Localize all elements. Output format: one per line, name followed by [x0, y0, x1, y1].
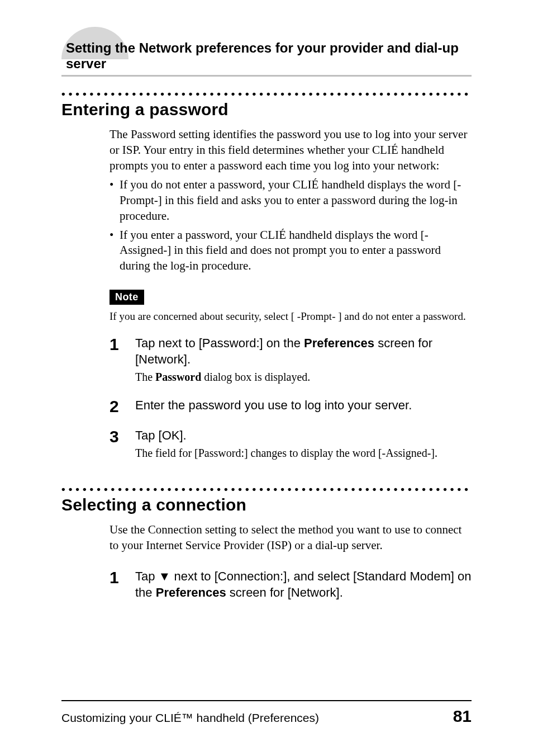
step-item: 1 Tap ▼ next to [Connection:], and selec… [110, 568, 472, 601]
dotted-divider: ••••••••••••••••••••••••••••••••••••••••… [61, 486, 472, 494]
bullet-item: If you do not enter a password, your CLI… [110, 177, 472, 224]
note-text: If you are concerned about security, sel… [110, 310, 472, 323]
step-instruction: Tap next to [Password:] on the Preferenc… [135, 335, 472, 367]
intro-text: Use the Connection setting to select the… [110, 522, 472, 554]
step-number: 2 [110, 397, 135, 415]
intro-paragraph: The Password setting identifies the pass… [110, 127, 472, 274]
step-item: 3 Tap [OK]. The field for [Password:] ch… [110, 427, 472, 461]
page-footer: Customizing your CLIÉ™ handheld (Prefere… [61, 700, 472, 726]
step-body: Tap [OK]. The field for [Password:] chan… [135, 427, 472, 461]
intro-text: The Password setting identifies the pass… [110, 127, 472, 174]
step-number: 1 [110, 335, 135, 353]
section-header-rule [61, 75, 472, 77]
step-item: 1 Tap next to [Password:] on the Prefere… [110, 335, 472, 385]
note-label: Note [110, 290, 144, 305]
heading-entering-password: Entering a password [61, 100, 472, 119]
bullet-item: If you enter a password, your CLIÉ handh… [110, 228, 472, 275]
step-text-pre: Tap [135, 569, 159, 583]
step-bold-word: Preferences [156, 585, 226, 599]
step-subtext: The Password dialog box is displayed. [135, 370, 472, 385]
chevron-down-icon: ▼ [159, 568, 171, 584]
step-item: 2 Enter the password you use to log into… [110, 397, 472, 415]
step-number: 1 [110, 568, 135, 586]
step-instruction: Enter the password you use to log into y… [135, 397, 472, 413]
step-body: Enter the password you use to log into y… [135, 397, 472, 413]
step-sub-post: dialog box is displayed. [201, 371, 310, 383]
step-body: Tap ▼ next to [Connection:], and select … [135, 568, 472, 601]
step-instruction: Tap ▼ next to [Connection:], and select … [135, 568, 472, 601]
step-text-pre: Tap next to [Password:] on the [135, 336, 304, 350]
step-bold-word: Preferences [304, 336, 374, 350]
step-number: 3 [110, 427, 135, 445]
heading-selecting-connection: Selecting a connection [61, 495, 472, 514]
step-sub-pre: The [135, 371, 155, 383]
steps-list: 1 Tap next to [Password:] on the Prefere… [110, 335, 472, 461]
dotted-divider: ••••••••••••••••••••••••••••••••••••••••… [61, 91, 472, 99]
intro-paragraph: Use the Connection setting to select the… [110, 522, 472, 554]
footer-title: Customizing your CLIÉ™ handheld (Prefere… [61, 711, 319, 725]
bullet-list: If you do not enter a password, your CLI… [110, 177, 472, 275]
step-subtext: The field for [Password:] changes to dis… [135, 446, 472, 461]
page-number: 81 [453, 707, 472, 726]
step-sub-bold: Password [155, 371, 201, 383]
step-text-post: screen for [Network]. [226, 585, 343, 599]
section-header-title: Setting the Network preferences for your… [61, 0, 472, 72]
step-instruction: Tap [OK]. [135, 427, 472, 443]
footer-rule [61, 700, 472, 701]
step-body: Tap next to [Password:] on the Preferenc… [135, 335, 472, 385]
steps-list: 1 Tap ▼ next to [Connection:], and selec… [110, 568, 472, 601]
footer-row: Customizing your CLIÉ™ handheld (Prefere… [61, 707, 472, 726]
